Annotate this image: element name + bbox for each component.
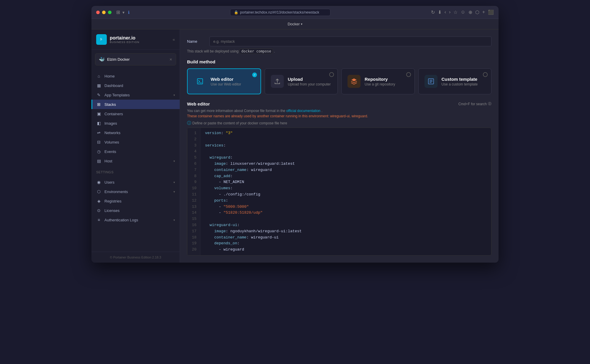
code-line: - wireguard — [205, 247, 486, 253]
deploy-code: docker compose — [240, 49, 273, 54]
sidebar-item-label: Containers — [104, 112, 175, 116]
sidebar-item-environments[interactable]: ⬡ Environments ▾ — [91, 187, 180, 196]
chevron-down-icon: ▾ — [173, 181, 175, 184]
refresh-icon[interactable]: ↻ — [431, 9, 435, 15]
repository-subtitle: Use a git repository — [365, 82, 395, 86]
titlebar: ⊞ ▾ ℹ 🔒 portainer.techdox.nz/#!/13/docke… — [91, 6, 499, 19]
environment-name: Elzim Docker — [107, 57, 167, 62]
code-editor[interactable]: 1234567891011121314151617181920 version:… — [187, 128, 491, 256]
editor-header: Web editor Cmd+F for search ⓪ — [187, 101, 491, 106]
method-card-repository[interactable]: Repository Use a git repository — [341, 68, 415, 94]
sidebar-toggle-icon[interactable]: ⊞ — [116, 9, 120, 15]
sidebar-item-home[interactable]: ⌂ Home — [91, 71, 180, 81]
stack-name-input[interactable] — [209, 37, 491, 46]
sidebar-item-label: Networks — [104, 131, 175, 135]
name-row: Name — [187, 37, 491, 46]
sidebar-item-events[interactable]: ◷ Events — [91, 147, 180, 156]
tabs-icon[interactable]: ⬛ — [488, 9, 494, 15]
method-card-custom-template[interactable]: Custom template Use a custom template — [418, 68, 492, 94]
share-icon[interactable]: ⬡ — [475, 9, 479, 15]
extension-icon: ℹ — [128, 10, 130, 15]
licenses-icon: ⊙ — [96, 208, 101, 213]
stacks-icon: ⊞ — [96, 102, 101, 107]
code-line: container_name: wireguard — [205, 167, 486, 173]
dropdown-icon[interactable]: ▾ — [122, 10, 124, 15]
code-line: wireguard-ui: — [205, 222, 486, 228]
code-line: - NET_ADMIN — [205, 179, 486, 185]
svg-rect-0 — [197, 79, 203, 84]
settings-section-label: Settings — [91, 168, 180, 175]
users-icon: ◉ — [96, 180, 101, 185]
sidebar-item-host[interactable]: ▤ Host ▾ — [91, 156, 180, 166]
code-line: ports: — [205, 198, 486, 204]
images-icon: ◧ — [96, 121, 101, 126]
sidebar-item-app-templates[interactable]: ✎ App Templates ▾ — [91, 90, 180, 100]
environment-close-button[interactable]: ✕ — [169, 57, 172, 62]
home-icon: ⌂ — [96, 74, 101, 78]
main-content: Name This stack will be deployed using d… — [180, 29, 499, 263]
maximize-button[interactable] — [108, 11, 112, 14]
sidebar-item-images[interactable]: ◧ Images — [91, 118, 180, 128]
sidebar-item-dashboard[interactable]: ▦ Dashboard — [91, 81, 180, 90]
sidebar-item-users[interactable]: ◉ Users ▾ — [91, 177, 180, 187]
name-label: Name — [187, 39, 205, 44]
radio-custom-template — [483, 72, 488, 77]
web-editor-subtitle: Use our Web editor — [211, 82, 241, 86]
help-icon: ⓪ — [488, 101, 491, 106]
volumes-icon: ⊟ — [96, 140, 101, 144]
docker-chevron[interactable]: ▾ — [301, 22, 302, 26]
bookmark-icon[interactable]: ☆ — [453, 9, 458, 15]
app-window: ⊞ ▾ ℹ 🔒 portainer.techdox.nz/#!/13/docke… — [91, 6, 499, 263]
code-line — [205, 136, 486, 143]
add-tab-icon[interactable]: + — [482, 9, 485, 15]
profile-icon[interactable]: ☺ — [460, 9, 465, 15]
forward-icon[interactable]: › — [449, 9, 450, 15]
events-icon: ◷ — [96, 149, 101, 154]
chevron-down-icon: ▾ — [173, 190, 175, 193]
sidebar-item-networks[interactable]: ⇌ Networks — [91, 128, 180, 137]
host-icon: ▤ — [96, 159, 101, 163]
address-bar[interactable]: 🔒 portainer.techdox.nz/#!/13/docker/stac… — [230, 9, 330, 16]
sidebar-item-label: Home — [104, 74, 175, 78]
method-card-web-editor[interactable]: Web editor Use our Web editor — [187, 68, 261, 94]
close-button[interactable] — [96, 11, 100, 14]
sidebar: portainer.io BUSINESS EDITION « 🐳 Elzim … — [91, 29, 180, 263]
minimize-button[interactable] — [102, 11, 106, 14]
info-icon: ⓘ — [187, 121, 191, 126]
sidebar-item-stacks[interactable]: ⊞ Stacks — [91, 100, 180, 109]
docker-label: Docker — [288, 22, 300, 26]
line-numbers: 1234567891011121314151617181920 — [187, 128, 200, 255]
sidebar-header: portainer.io BUSINESS EDITION « — [91, 29, 180, 50]
method-card-upload[interactable]: Upload Upload from your computer — [265, 68, 338, 94]
web-editor-icon — [194, 75, 206, 88]
main-nav: ⌂ Home ▦ Dashboard ✎ App Templates ▾ ⊞ S… — [91, 69, 180, 168]
sidebar-item-containers[interactable]: ▣ Containers — [91, 109, 180, 118]
sidebar-item-label: Users — [104, 180, 171, 185]
lock-icon: 🔒 — [234, 10, 238, 14]
code-line: volumes: — [205, 185, 486, 192]
official-docs-link[interactable]: official documentation — [286, 109, 320, 113]
code-line: - ./config:/config — [205, 192, 486, 198]
sidebar-item-volumes[interactable]: ⊟ Volumes — [91, 137, 180, 147]
download-icon[interactable]: ⬇ — [438, 9, 442, 15]
sidebar-item-label: Dashboard — [104, 83, 175, 88]
build-methods: Web editor Use our Web editor — [187, 68, 491, 94]
code-line: version: "3" — [205, 130, 486, 136]
url-text: portainer.techdox.nz/#!/13/docker/stacks… — [240, 10, 319, 14]
code-content[interactable]: version: "3" services: wireguard: image:… — [200, 128, 491, 255]
upload-icon — [271, 75, 284, 88]
code-line — [205, 216, 486, 222]
sidebar-item-auth-logs[interactable]: ≡ Authentication Logs ▾ — [91, 215, 180, 225]
auth-logs-icon: ≡ — [96, 218, 101, 222]
code-line: services: — [205, 143, 486, 149]
editor-warning: These container names are already used b… — [187, 114, 491, 118]
sidebar-footer: © Portainer Business Edition 2.18.3 — [91, 252, 180, 263]
environment-box[interactable]: 🐳 Elzim Docker ✕ — [95, 53, 176, 65]
sidebar-item-registries[interactable]: ◈ Registries — [91, 196, 180, 206]
networks-icon: ⇌ — [96, 130, 101, 135]
back-icon[interactable]: ‹ — [445, 9, 446, 15]
sidebar-collapse-button[interactable]: « — [173, 37, 175, 42]
sidebar-item-licenses[interactable]: ⊙ Licenses — [91, 206, 180, 215]
sidebar-item-label: Events — [104, 149, 175, 154]
code-line: cap_add: — [205, 173, 486, 179]
